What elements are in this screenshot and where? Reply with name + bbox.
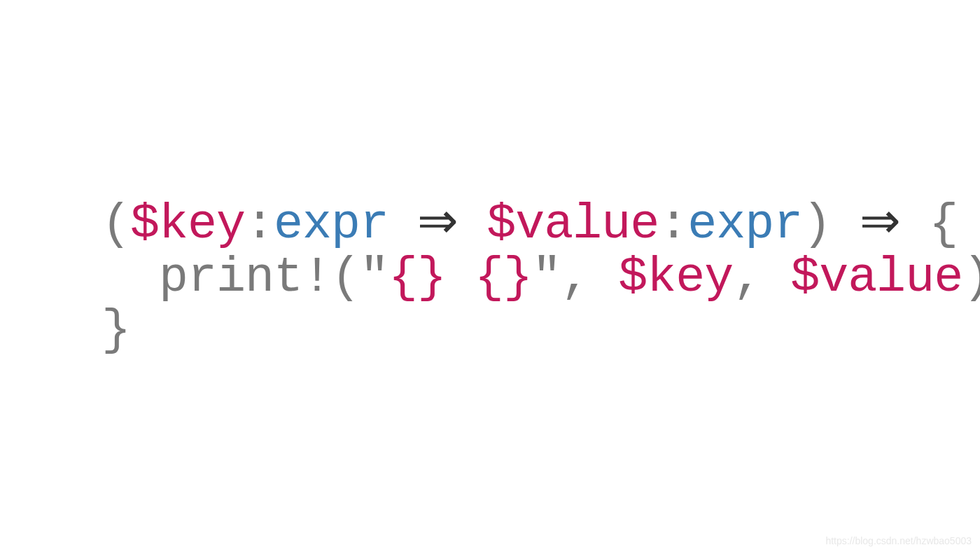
expr-type: expr (687, 197, 802, 252)
space (458, 197, 486, 252)
space (900, 197, 929, 252)
format-placeholder: {} {} (388, 250, 532, 305)
code-line-3: } (102, 303, 130, 358)
key-variable: $key (130, 197, 245, 252)
brace-open: { (929, 197, 958, 252)
watermark-text: https://blog.csdn.net/hzwbao5003 (825, 535, 972, 546)
code-snippet: ($key:expr ⇒ $value:expr) ⇒ { print!("{}… (0, 195, 980, 357)
brace-close: } (102, 303, 130, 358)
key-ref: $key (618, 250, 733, 305)
fat-arrow-icon: ⇒ (860, 195, 900, 248)
space (831, 197, 860, 252)
colon: : (245, 197, 274, 252)
space (388, 197, 417, 252)
paren-open: ( (102, 197, 130, 252)
code-line-2: print!("{} {}", $key, $value) (102, 250, 980, 305)
fat-arrow-icon: ⇒ (417, 195, 458, 248)
paren-close: ) (962, 250, 980, 305)
comma: , (733, 250, 790, 305)
value-variable: $value (486, 197, 659, 252)
expr-type: expr (274, 197, 388, 252)
indent (102, 250, 159, 305)
colon: : (659, 197, 687, 252)
print-call: print!( (159, 250, 360, 305)
paren-close: ) (802, 197, 831, 252)
code-line-1: ($key:expr ⇒ $value:expr) ⇒ { (102, 197, 958, 252)
quote: " (532, 250, 561, 305)
value-ref: $value (790, 250, 962, 305)
comma: , (561, 250, 618, 305)
quote: " (360, 250, 388, 305)
